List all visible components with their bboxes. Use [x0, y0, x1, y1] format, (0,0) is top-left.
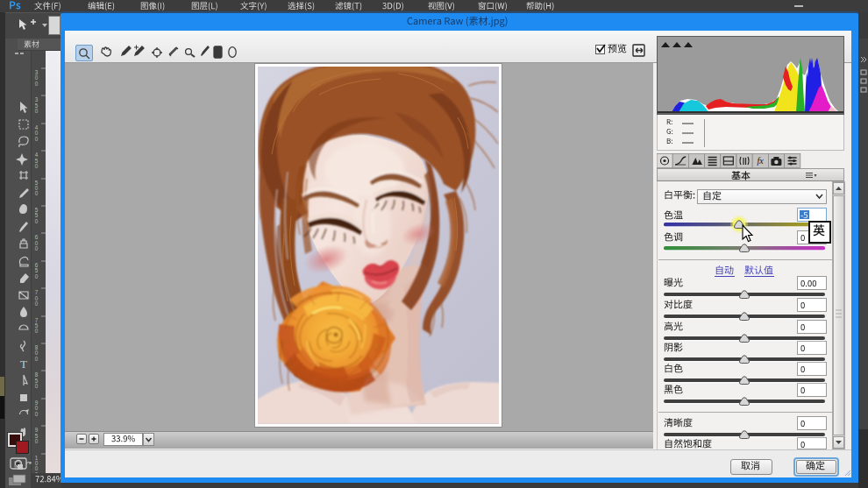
- svg-text:0: 0: [35, 405, 39, 411]
- svg-text:5: 5: [35, 267, 39, 273]
- svg-text:0: 0: [35, 130, 39, 136]
- svg-text:0: 0: [35, 328, 39, 334]
- svg-text:0: 0: [35, 273, 39, 279]
- svg-text:0: 0: [35, 190, 39, 196]
- svg-text:0: 0: [35, 301, 39, 307]
- svg-text:0: 0: [35, 163, 39, 169]
- svg-text:0: 0: [35, 74, 39, 81]
- svg-text:9: 9: [35, 427, 39, 433]
- svg-text:5: 5: [35, 212, 39, 218]
- svg-text:0: 0: [35, 136, 39, 142]
- svg-text:0: 0: [35, 350, 39, 356]
- svg-text:fx: fx: [758, 156, 765, 166]
- svg-text:7: 7: [35, 289, 39, 295]
- svg-text:3: 3: [35, 96, 39, 103]
- svg-text:0: 0: [35, 218, 39, 224]
- svg-text:0: 0: [35, 108, 39, 114]
- svg-text:0: 0: [35, 438, 39, 444]
- svg-text:0: 0: [35, 383, 39, 389]
- svg-text:0: 0: [35, 411, 39, 417]
- svg-text:8: 8: [35, 371, 39, 378]
- svg-text:0: 0: [35, 356, 39, 362]
- svg-text:0: 0: [35, 465, 39, 471]
- svg-text:0: 0: [35, 81, 39, 87]
- svg-text:T: T: [20, 357, 27, 371]
- svg-text:0: 0: [35, 245, 39, 251]
- svg-text:4: 4: [35, 152, 39, 158]
- svg-text:6: 6: [35, 234, 39, 240]
